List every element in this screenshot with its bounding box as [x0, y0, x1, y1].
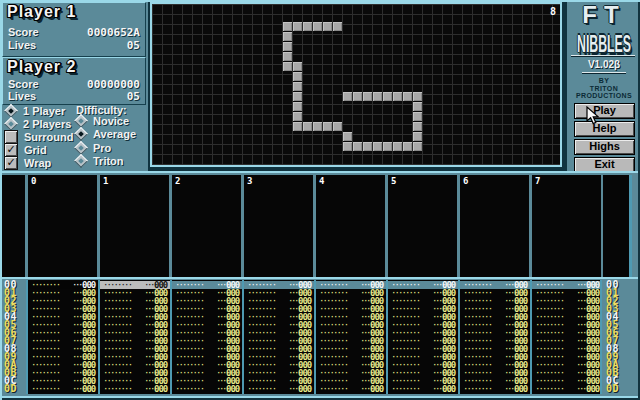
player-mode-option-1[interactable]: 1 Player: [5, 105, 65, 117]
effect-value: 000: [442, 385, 455, 393]
difficulty-option-label: Pro: [93, 142, 111, 154]
pattern-cell[interactable]: ············000: [28, 385, 98, 393]
scope-channel-number: 4: [319, 176, 324, 186]
pattern-cell[interactable]: ············000: [388, 385, 458, 393]
player-mode-option-2[interactable]: 2 Players: [5, 118, 71, 130]
wall-block: [413, 112, 422, 121]
wall-block: [373, 142, 382, 151]
logo-nibbles: NIBBLES: [574, 30, 633, 56]
scope-sliver-right: [603, 175, 629, 277]
pattern-row-number: 0D: [606, 385, 628, 393]
pattern-cell[interactable]: ············000: [532, 385, 602, 393]
play-button[interactable]: Play: [574, 103, 635, 119]
pattern-cell[interactable]: ············000: [316, 385, 386, 393]
note-dots: ········: [247, 385, 275, 393]
wall-block: [283, 32, 292, 41]
wall-block: [363, 142, 372, 151]
wall-block: [293, 112, 302, 121]
scope-channel-0[interactable]: 0: [28, 175, 97, 277]
wall-block: [343, 132, 352, 141]
wall-block: [323, 122, 332, 131]
channel-divider: [26, 280, 28, 394]
logo-underline: [571, 55, 635, 56]
wall-block: [383, 142, 392, 151]
player2-score-label: Score: [8, 78, 39, 90]
difficulty-option-novice[interactable]: Novice: [75, 115, 129, 127]
pattern-cell[interactable]: ············000: [244, 385, 314, 393]
scopes-strip: 01234567: [0, 170, 640, 280]
pattern-cell[interactable]: ············000: [460, 385, 530, 393]
scope-channel-4[interactable]: 4: [316, 175, 385, 277]
toggle-label: Wrap: [24, 157, 51, 169]
pattern-row-number: 0D: [4, 385, 26, 393]
wall-block: [413, 122, 422, 131]
wall-block: [333, 22, 342, 31]
note-dots: ········: [103, 385, 131, 393]
wall-block: [283, 22, 292, 31]
ft-nibbles-screen: Player 1 Score 0000652A Lives 05 Player …: [0, 0, 640, 400]
note-dots: ········: [319, 385, 347, 393]
wall-block: [363, 92, 372, 101]
effect-value: 000: [154, 385, 167, 393]
radio-icon: [5, 118, 17, 130]
wall-block: [333, 122, 342, 131]
note-dots: ········: [31, 385, 59, 393]
wall-block: [293, 22, 302, 31]
scope-channel-number: 2: [175, 176, 180, 186]
wall-block: [413, 102, 422, 111]
channel-divider: [530, 280, 532, 394]
scope-channel-number: 7: [535, 176, 540, 186]
menu-panel: FT NIBBLES V1.02β BY TRITON PRODUCTIONS …: [568, 0, 640, 172]
mouse-cursor: [586, 106, 599, 129]
difficulty-option-pro[interactable]: Pro: [75, 142, 111, 154]
pattern-cell[interactable]: ············000: [100, 385, 170, 393]
checkbox-icon: [4, 130, 18, 144]
pattern-editor: ············000············000··········…: [0, 280, 640, 400]
version-underline: [582, 72, 626, 73]
difficulty-option-triton[interactable]: Triton: [75, 155, 124, 167]
game-field: 8: [148, 0, 567, 172]
highs-button[interactable]: Highs: [574, 139, 635, 155]
scope-channel-2[interactable]: 2: [172, 175, 241, 277]
toggle-grid[interactable]: ✓Grid: [4, 144, 47, 156]
player1-lives-label: Lives: [8, 39, 36, 51]
divider-line: [0, 277, 640, 279]
difficulty-option-average[interactable]: Average: [75, 128, 136, 140]
scope-channel-7[interactable]: 7: [532, 175, 601, 277]
effect-value: 000: [586, 385, 599, 393]
scope-edge-line: [629, 175, 632, 277]
toggle-surround[interactable]: Surround: [4, 131, 74, 143]
difficulty-option-label: Novice: [93, 115, 129, 127]
scope-channel-1[interactable]: 1: [100, 175, 169, 277]
credit-studio-2: PRODUCTIONS: [568, 92, 640, 99]
wall-block: [293, 92, 302, 101]
player1-score-value: 0000652A: [87, 26, 140, 39]
wall-block: [353, 92, 362, 101]
player-mode-label: 2 Players: [23, 118, 71, 130]
wall-block: [313, 122, 322, 131]
help-button[interactable]: Help: [574, 121, 635, 137]
options-area: 1 Player2 Players Surround✓Grid✓Wrap Dif…: [2, 104, 148, 170]
scope-channel-5[interactable]: 5: [388, 175, 457, 277]
player-mode-label: 1 Player: [23, 105, 65, 117]
wall-block: [313, 22, 322, 31]
scope-channel-3[interactable]: 3: [244, 175, 313, 277]
pattern-cell[interactable]: ············000: [172, 385, 242, 393]
wall-block: [293, 122, 302, 131]
player2-lives-label: Lives: [8, 90, 36, 102]
wall-block: [413, 132, 422, 141]
credit-studio-1: TRITON: [568, 85, 640, 92]
wall-block: [293, 62, 302, 71]
wall-block: [293, 102, 302, 111]
radio-icon: [5, 105, 17, 117]
wall-block: [283, 62, 292, 71]
toggle-label: Grid: [24, 144, 47, 156]
wall-block: [393, 142, 402, 151]
wall-block: [293, 82, 302, 91]
divider-line: [0, 396, 640, 398]
note-dots: ········: [175, 385, 203, 393]
toggle-label: Surround: [24, 131, 74, 143]
toggle-wrap[interactable]: ✓Wrap: [4, 157, 51, 169]
wall-block: [343, 92, 352, 101]
scope-channel-6[interactable]: 6: [460, 175, 529, 277]
